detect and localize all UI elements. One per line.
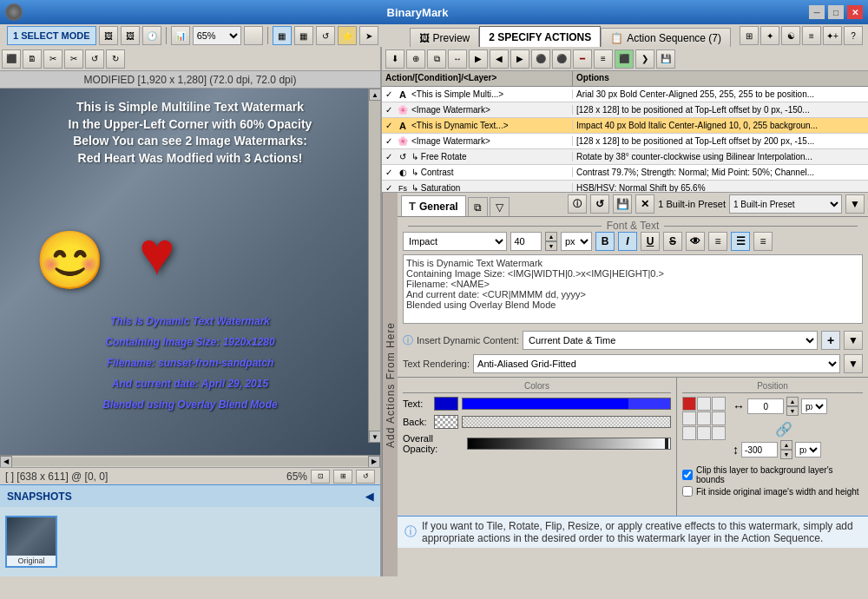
- zoom-actual-btn[interactable]: ⊞: [333, 470, 352, 484]
- row-check[interactable]: ✓: [382, 121, 396, 130]
- table-row[interactable]: ✓ A <This is Dynamic Text...> Impact 40 …: [382, 118, 868, 134]
- pos-br[interactable]: [712, 426, 726, 440]
- horizontal-scrollbar[interactable]: ◀ ▶: [0, 455, 380, 467]
- pos-mr[interactable]: [712, 411, 726, 425]
- tab-specify-actions[interactable]: 2 SPECIFY ACTIONS: [479, 26, 601, 47]
- row-check[interactable]: ✓: [382, 136, 396, 146]
- row-check[interactable]: ✓: [382, 168, 396, 177]
- vertical-scrollbar[interactable]: ▲ ▼: [368, 89, 380, 443]
- back-color-slider[interactable]: [462, 416, 671, 428]
- action-dot2-btn[interactable]: ⚫: [552, 49, 571, 69]
- toolbar-btn-1[interactable]: 🖼: [99, 26, 118, 45]
- row-check[interactable]: ✓: [382, 105, 396, 115]
- row-check[interactable]: ✓: [382, 152, 396, 161]
- table-row[interactable]: ✓ Fs ↳ Saturation HSB/HSV: Normal Shift …: [382, 181, 868, 193]
- tab-general[interactable]: T General: [401, 195, 466, 216]
- zoom-field[interactable]: [244, 26, 263, 45]
- eye-button[interactable]: 👁: [686, 232, 705, 251]
- reset-btn[interactable]: ↺: [590, 194, 609, 214]
- text-input[interactable]: This is Dynamic Text Watermark Containin…: [403, 254, 863, 324]
- y-down-btn[interactable]: ▼: [780, 450, 792, 459]
- rendering-more-btn[interactable]: ▼: [844, 354, 863, 373]
- rendering-select[interactable]: Anti-Aliased Grid-Fitted: [473, 354, 840, 373]
- row-check[interactable]: ✓: [382, 89, 396, 99]
- y-stepper[interactable]: ▲ ▼: [780, 440, 792, 459]
- pos-tc[interactable]: [697, 397, 711, 411]
- action-dot1-btn[interactable]: ⚫: [531, 49, 550, 69]
- action-down-btn[interactable]: ⬇: [385, 49, 404, 69]
- extra-btn-4[interactable]: ≡: [802, 26, 821, 45]
- clock-button[interactable]: 🕐: [142, 26, 161, 45]
- x-value-input[interactable]: [747, 398, 784, 414]
- action-prev-btn[interactable]: ◀: [490, 49, 509, 69]
- table-row[interactable]: ✓ 🌸 <Image Watermark> [128 x 128] to be …: [382, 134, 868, 149]
- star-button[interactable]: ⭐: [338, 26, 357, 45]
- action-save-btn[interactable]: 💾: [656, 49, 675, 69]
- bold-button[interactable]: B: [595, 232, 615, 251]
- back-color-swatch[interactable]: [434, 415, 458, 429]
- select-mode-button[interactable]: 1 SELECT MODE: [7, 26, 96, 45]
- x-down-btn[interactable]: ▼: [786, 406, 799, 416]
- extra-btn-5[interactable]: ✦+: [823, 26, 842, 45]
- scroll-down-button[interactable]: ▼: [369, 431, 380, 443]
- action-list-btn[interactable]: ≡: [594, 49, 613, 69]
- strikethrough-button[interactable]: S: [663, 232, 682, 251]
- action-minus-btn[interactable]: ━: [573, 49, 592, 69]
- text-color-slider[interactable]: [462, 398, 671, 410]
- text-color-swatch[interactable]: [434, 397, 458, 411]
- arrow-button[interactable]: ➤: [359, 26, 378, 45]
- y-unit-select[interactable]: px: [795, 442, 821, 457]
- minimize-button[interactable]: ─: [809, 5, 825, 19]
- action-next-btn[interactable]: ▶: [510, 49, 529, 69]
- snapshots-expand-icon[interactable]: ◀: [365, 490, 373, 503]
- pos-tr[interactable]: [712, 397, 726, 411]
- action-arr-btn[interactable]: ❯: [635, 49, 654, 69]
- extra-btn-3[interactable]: ☯: [781, 26, 800, 45]
- size-stepper[interactable]: ▲ ▼: [545, 232, 557, 251]
- scroll-left-button[interactable]: ◀: [0, 456, 12, 468]
- toolbar-btn-2[interactable]: 🖼: [121, 26, 140, 45]
- y-value-input[interactable]: [741, 442, 778, 457]
- table-row[interactable]: ✓ A <This is Simple Multi...> Arial 30 p…: [382, 87, 868, 102]
- tab-preview[interactable]: 🖼 Preview: [410, 28, 480, 47]
- tab-filter[interactable]: ▽: [490, 197, 510, 216]
- scroll-right-button[interactable]: ▶: [368, 456, 380, 468]
- tab-copy[interactable]: ⧉: [468, 197, 488, 216]
- dynamic-add-button[interactable]: +: [821, 331, 840, 350]
- pos-ml[interactable]: [682, 411, 696, 425]
- close-button[interactable]: ✕: [847, 5, 863, 19]
- x-up-btn[interactable]: ▲: [786, 397, 799, 406]
- save-preset-btn[interactable]: 💾: [613, 194, 632, 214]
- refresh-button[interactable]: ↺: [316, 26, 335, 45]
- pos-mc[interactable]: [697, 411, 711, 425]
- lt-btn-3[interactable]: ✂: [43, 49, 62, 69]
- font-family-select[interactable]: Impact: [403, 232, 507, 251]
- align-left-button[interactable]: ≡: [708, 232, 727, 251]
- fit-checkbox[interactable]: [682, 486, 693, 497]
- action-green-btn[interactable]: ⬛: [615, 49, 634, 69]
- snapshot-original[interactable]: Original: [5, 516, 57, 568]
- row-check[interactable]: ✓: [382, 183, 396, 193]
- pos-bl[interactable]: [682, 426, 696, 440]
- lt-btn-2[interactable]: 🗎: [23, 49, 42, 69]
- x-unit-select[interactable]: px: [801, 398, 827, 414]
- tab-action-sequence[interactable]: 📋 Action Sequence (7): [601, 28, 731, 47]
- zoom-fit-btn[interactable]: ⊡: [311, 470, 330, 484]
- table-row[interactable]: ✓ ↺ ↳ Free Rotate Rotate by 38° counter-…: [382, 149, 868, 165]
- zoom-reset-btn[interactable]: ↺: [356, 470, 375, 484]
- close-action-btn[interactable]: ✕: [635, 194, 654, 214]
- table-row[interactable]: ✓ 🌸 <Image Watermark> [128 x 128] to be …: [382, 102, 868, 118]
- preset-more-btn[interactable]: ▼: [845, 194, 865, 214]
- underline-button[interactable]: U: [641, 232, 660, 251]
- pos-tl[interactable]: [682, 397, 696, 411]
- dynamic-more-btn[interactable]: ▼: [844, 331, 863, 350]
- clip-checkbox[interactable]: [682, 470, 693, 480]
- extra-btn-1[interactable]: ⊞: [740, 26, 759, 45]
- font-size-input[interactable]: [510, 232, 542, 251]
- opacity-slider[interactable]: [467, 438, 671, 450]
- action-move-btn[interactable]: ↔: [448, 49, 467, 69]
- align-center-button[interactable]: ☰: [731, 232, 750, 251]
- x-stepper[interactable]: ▲ ▼: [786, 397, 799, 416]
- y-up-btn[interactable]: ▲: [780, 440, 792, 450]
- action-copy-btn[interactable]: ⧉: [427, 49, 446, 69]
